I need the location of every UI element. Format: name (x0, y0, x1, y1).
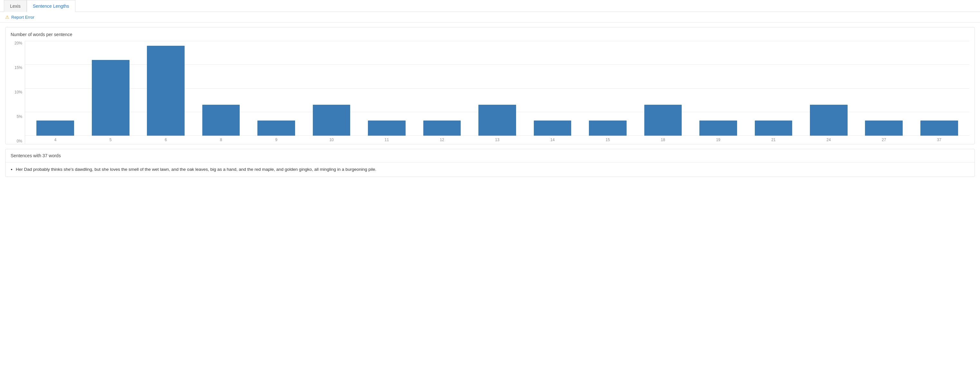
x-label-4: 4 (28, 135, 83, 144)
bar-8 (202, 105, 240, 135)
y-label-10: 10% (11, 90, 25, 94)
sentence-content: Her Dad probably thinks she's dawdling, … (5, 162, 975, 177)
x-label-8: 8 (193, 135, 248, 144)
x-label-9: 9 (249, 135, 304, 144)
y-label-20: 20% (11, 41, 25, 45)
y-label-0: 0% (11, 139, 25, 143)
bar-14 (534, 121, 571, 135)
bar-37 (920, 121, 958, 135)
bar-4 (37, 121, 74, 135)
x-label-21: 21 (746, 135, 801, 144)
bar-group-8 (193, 41, 248, 135)
bar-group-18 (635, 41, 690, 135)
x-label-37: 37 (912, 135, 967, 144)
bar-27 (865, 121, 903, 135)
report-error-bar: ⚠ Report Error (0, 12, 980, 22)
x-label-27: 27 (856, 135, 912, 144)
x-labels: 45689101112131415181921242737 (25, 135, 969, 144)
tab-sentence-lengths[interactable]: Sentence Lengths (27, 0, 75, 12)
bar-group-10 (304, 41, 359, 135)
chart-title: Number of words per sentence (11, 32, 969, 37)
x-label-24: 24 (801, 135, 856, 144)
x-label-10: 10 (304, 135, 359, 144)
bars-row (25, 41, 969, 135)
x-label-18: 18 (635, 135, 690, 144)
bar-11 (368, 121, 406, 135)
bar-group-24 (801, 41, 856, 135)
bar-21 (755, 121, 792, 135)
bar-group-27 (856, 41, 912, 135)
x-label-12: 12 (414, 135, 469, 144)
bar-group-12 (414, 41, 469, 135)
report-error-link[interactable]: Report Error (11, 15, 35, 20)
bar-13 (479, 105, 516, 135)
bar-5 (92, 60, 129, 135)
bar-group-19 (691, 41, 746, 135)
y-label-15: 15% (11, 65, 25, 70)
bar-group-37 (912, 41, 967, 135)
x-label-14: 14 (525, 135, 580, 144)
bar-group-9 (249, 41, 304, 135)
x-label-19: 19 (691, 135, 746, 144)
x-label-5: 5 (83, 135, 138, 144)
app-container: Lexis Sentence Lengths ⚠ Report Error Nu… (0, 0, 980, 368)
bar-group-4 (28, 41, 83, 135)
y-label-5: 5% (11, 115, 25, 119)
bar-group-21 (746, 41, 801, 135)
chart-section: Number of words per sentence 0% 5% 10% 1… (5, 27, 975, 144)
bar-group-5 (83, 41, 138, 135)
bar-12 (423, 121, 461, 135)
bar-9 (258, 121, 295, 135)
bar-24 (810, 105, 848, 135)
y-axis: 0% 5% 10% 15% 20% (11, 41, 25, 144)
warning-icon: ⚠ (5, 14, 10, 20)
tab-lexis[interactable]: Lexis (4, 0, 27, 12)
x-label-15: 15 (580, 135, 635, 144)
bar-group-13 (470, 41, 525, 135)
tabs-bar: Lexis Sentence Lengths (0, 0, 980, 12)
bar-group-11 (359, 41, 414, 135)
bar-19 (699, 121, 737, 135)
bar-group-14 (525, 41, 580, 135)
chart-area: 0% 5% 10% 15% 20% 45689101 (11, 41, 969, 144)
x-label-11: 11 (359, 135, 414, 144)
sentence-item-0: Her Dad probably thinks she's dawdling, … (16, 166, 969, 173)
chart-inner: 45689101112131415181921242737 (25, 41, 969, 144)
bar-18 (644, 105, 682, 135)
x-label-6: 6 (138, 135, 193, 144)
sentence-header: Sentences with 37 words (5, 149, 975, 162)
x-label-13: 13 (470, 135, 525, 144)
bar-15 (589, 121, 627, 135)
bar-group-6 (138, 41, 193, 135)
bar-10 (313, 105, 350, 135)
sentence-section: Sentences with 37 words Her Dad probably… (5, 149, 975, 177)
bar-group-15 (580, 41, 635, 135)
bar-6 (147, 46, 185, 135)
